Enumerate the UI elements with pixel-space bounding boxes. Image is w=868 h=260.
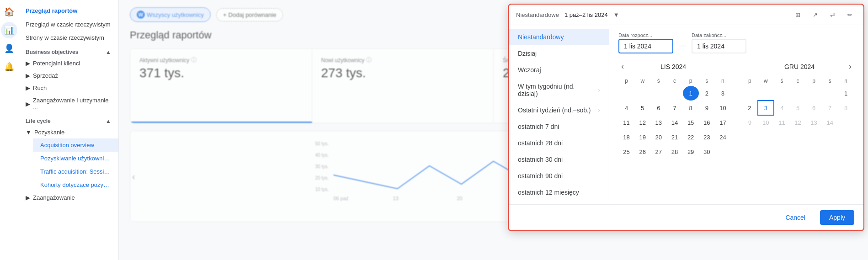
sidebar-item-pages-realtime[interactable]: Strony w czasie rzeczywistym <box>18 31 118 44</box>
cal-nov-day-18[interactable]: 18 <box>618 130 634 144</box>
cal-nov-day-9[interactable]: 9 <box>699 101 715 115</box>
cal-nov-day-2[interactable]: 2 <box>699 86 715 101</box>
cal-nov-day-28[interactable]: 28 <box>666 144 682 159</box>
metric-card-new-users[interactable]: Nowi użytkownicy ⓘ 273 tys. <box>312 49 494 123</box>
sidebar-section-lifecycle[interactable]: Life cycle ▲ <box>18 113 118 126</box>
preset-7days[interactable]: ostatnich 7 dni <box>509 118 609 135</box>
cal-dec-header-w: w <box>758 76 774 86</box>
cal-dec-day-9[interactable]: 9 <box>742 115 758 130</box>
cal-nov-day-16[interactable]: 16 <box>699 115 715 130</box>
cal-dec-day-8[interactable]: 8 <box>838 101 854 115</box>
preset-last-week[interactable]: Ostatni tydzień (nd.–sob.) › <box>509 102 609 118</box>
preset-yesterday[interactable]: Wczoraj <box>509 62 609 78</box>
sidebar-group-sales[interactable]: ▶ Sprzedaż <box>18 69 118 82</box>
cal-dec-day-14[interactable]: 14 <box>822 115 838 130</box>
sidebar-item-acq-users[interactable]: Pozyskiwanie użytkownikó... <box>33 152 118 165</box>
calendar-prev-btn[interactable]: ‹ <box>618 61 627 72</box>
preset-this-week[interactable]: W tym tygodniu (nd.–dzisiaj) › <box>509 78 609 102</box>
sidebar-group-traffic[interactable]: ▶ Ruch <box>18 82 118 94</box>
cal-nov-day-26[interactable]: 26 <box>634 144 650 159</box>
calendar-nov-label: LIS 2024 <box>660 63 686 70</box>
calendar-inputs: Data rozpocz... — Data zakończ... <box>618 32 854 53</box>
cal-nov-day-30[interactable]: 30 <box>699 144 715 159</box>
cal-nov-day-14[interactable]: 14 <box>666 115 682 130</box>
sidebar-group-engagement[interactable]: ▶ Zaangażowanie i utrzymanie ... <box>18 94 118 113</box>
nav-user-icon[interactable]: 👤 <box>1 40 17 57</box>
cal-nov-day-7[interactable]: 7 <box>666 101 682 115</box>
sidebar-group-acquisition[interactable]: ▼ Pozyskanie <box>18 126 118 138</box>
compare-btn[interactable]: + Dodaj porównanie <box>216 8 283 21</box>
svg-text:30 tys.: 30 tys. <box>315 164 329 169</box>
cal-nov-day-10[interactable]: 10 <box>715 101 731 115</box>
sidebar-section-business[interactable]: Business objectives ▲ <box>18 44 118 57</box>
chart-nav-left[interactable]: ‹ <box>132 171 135 182</box>
cal-nov-day-11[interactable]: 11 <box>618 115 634 130</box>
cal-dec-day-10[interactable]: 10 <box>758 115 774 130</box>
apply-button[interactable]: Apply <box>820 210 854 225</box>
cal-nov-day-17[interactable]: 17 <box>715 115 731 130</box>
sidebar-item-acq-overview[interactable]: Acquisition overview <box>33 138 118 152</box>
start-date-input[interactable] <box>618 39 673 53</box>
cal-nov-day-6[interactable]: 6 <box>650 101 666 115</box>
cal-nov-day-15[interactable]: 15 <box>683 115 699 130</box>
cal-nov-day-13[interactable]: 13 <box>650 115 666 130</box>
sidebar-item-acq-traffic[interactable]: Traffic acquisition: Session... <box>33 165 118 178</box>
users-btn[interactable]: W Wszyscy użytkownicy <box>130 7 211 22</box>
cal-dec-day-12[interactable]: 12 <box>790 115 806 130</box>
cal-nov-day-23[interactable]: 23 <box>699 130 715 144</box>
nav-reports-icon[interactable]: 📊 <box>1 22 17 38</box>
cal-dec-day-5[interactable]: 5 <box>790 101 806 115</box>
cal-nov-day-20[interactable]: 20 <box>650 130 666 144</box>
nav-home-icon[interactable]: 🏠 <box>1 4 17 20</box>
sidebar-item-acq-cohorts[interactable]: Kohorty dotyczące pozysk... <box>33 178 118 191</box>
cal-nov-day-19[interactable]: 19 <box>634 130 650 144</box>
cal-dec-day-1[interactable]: 1 <box>838 86 854 101</box>
cal-dec-day-11[interactable]: 11 <box>774 115 790 130</box>
share-icon[interactable]: ↗ <box>809 8 821 21</box>
cal-dec-day-13[interactable]: 13 <box>806 115 822 130</box>
date-picker-top-bar: Niestandardowe 1 paź–2 lis 2024 ▼ ⊞ ↗ ⇄ … <box>509 5 863 25</box>
cal-nov-day-8[interactable]: 8 <box>683 101 699 115</box>
end-date-label: Data zakończ... <box>692 32 746 38</box>
cal-dec-day-6[interactable]: 6 <box>806 101 822 115</box>
columns-icon[interactable]: ⊞ <box>791 8 804 21</box>
cal-dec-header-n: n <box>838 76 854 86</box>
sidebar-group-leads[interactable]: ▶ Potencjalni klienci <box>18 57 118 69</box>
metric-label-active: Aktywni użytkownicy ⓘ <box>139 56 303 64</box>
cal-dec-day-3-today[interactable]: 3 <box>758 101 774 115</box>
preset-30days[interactable]: ostatnich 30 dni <box>509 151 609 168</box>
cal-dec-day-4[interactable]: 4 <box>774 101 790 115</box>
cancel-button[interactable]: Cancel <box>776 210 815 225</box>
cal-nov-day-25[interactable]: 25 <box>618 144 634 159</box>
cal-dec-day-7[interactable]: 7 <box>822 101 838 115</box>
edit-icon[interactable]: ✏ <box>843 8 856 21</box>
cal-nov-day-12[interactable]: 12 <box>634 115 650 130</box>
cal-nov-day-3[interactable]: 3 <box>715 86 731 101</box>
preset-today[interactable]: Dzisiaj <box>509 45 609 62</box>
sidebar-main-link[interactable]: Przegląd raportów <box>18 4 118 18</box>
preset-12months[interactable]: ostatnich 12 miesięcy <box>509 184 609 201</box>
dropdown-arrow-icon[interactable]: ▼ <box>613 11 619 18</box>
preset-28days[interactable]: ostatnich 28 dni <box>509 135 609 151</box>
compare-icon[interactable]: ⇄ <box>826 8 839 21</box>
cal-nov-day-21[interactable]: 21 <box>666 130 682 144</box>
cal-nov-day-5[interactable]: 5 <box>634 101 650 115</box>
cal-dec-day-2[interactable]: 2 <box>742 101 758 115</box>
sidebar-engagement2-label: Zaangażowanie <box>33 194 75 201</box>
metric-card-active-users[interactable]: Aktywni użytkownicy ⓘ 371 tys. <box>130 49 312 123</box>
sidebar-group-engagement2[interactable]: ▶ Zaangażowanie <box>18 191 118 204</box>
sidebar-item-realtime[interactable]: Przegląd w czasie rzeczywistym <box>18 18 118 31</box>
cal-nov-day-29[interactable]: 29 <box>683 144 699 159</box>
end-date-input[interactable] <box>692 39 746 53</box>
cal-nov-day-22[interactable]: 22 <box>683 130 699 144</box>
sidebar-sub-acquisition: Acquisition overview Pozyskiwanie użytko… <box>18 138 118 191</box>
preset-90days[interactable]: ostatnich 90 dni <box>509 168 609 184</box>
preset-custom[interactable]: Niestandardowy <box>509 29 609 45</box>
nav-alerts-icon[interactable]: 🔔 <box>1 58 17 75</box>
cal-nov-day-24[interactable]: 24 <box>715 130 731 144</box>
cal-nov-day-4[interactable]: 4 <box>618 101 634 115</box>
calendar-next-btn[interactable]: › <box>846 61 854 72</box>
cal-dec-row-1: 1 <box>742 86 854 101</box>
cal-nov-day-1[interactable]: 1 <box>683 86 699 101</box>
cal-nov-day-27[interactable]: 27 <box>650 144 666 159</box>
